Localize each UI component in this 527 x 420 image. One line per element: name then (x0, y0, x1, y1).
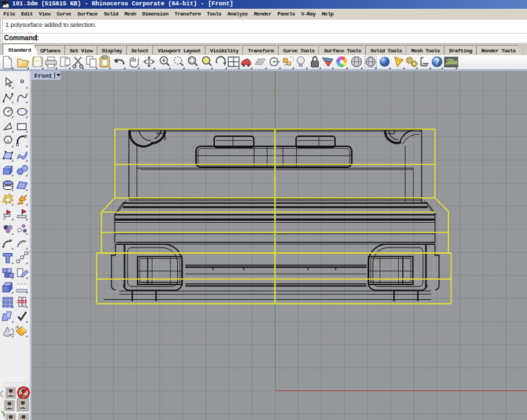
svg-text:Front: Front (34, 73, 52, 80)
svg-text:?: ? (434, 57, 439, 66)
